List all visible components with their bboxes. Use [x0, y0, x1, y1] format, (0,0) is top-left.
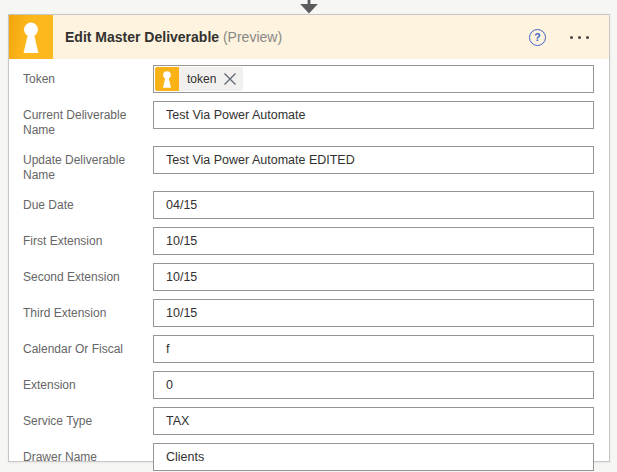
action-card-header[interactable]: Edit Master Deliverable (Preview) ? [9, 15, 609, 59]
token-input[interactable]: token [153, 65, 594, 93]
field-row: Calendar Or Fiscal [23, 335, 594, 363]
field-input-service-type[interactable] [153, 407, 594, 435]
action-title-text: Edit Master Deliverable [65, 29, 219, 45]
field-row: Token token [23, 65, 594, 93]
ellipsis-icon [570, 36, 573, 39]
field-label: Token [23, 65, 153, 87]
field-label: Calendar Or Fiscal [23, 335, 153, 357]
field-row: Extension [23, 371, 594, 399]
field-label: Due Date [23, 191, 153, 213]
field-row: Service Type [23, 407, 594, 435]
field-row: Update Deliverable Name [23, 146, 594, 183]
field-row: Current Deliverable Name [23, 101, 594, 138]
field-row: Second Extension [23, 263, 594, 291]
fields-list: Token token Current Deliverable Name Upd… [23, 65, 594, 471]
field-row: First Extension [23, 227, 594, 255]
field-input-drawer-name[interactable] [153, 443, 594, 471]
flow-connector-arrow-icon [297, 0, 321, 14]
keyhole-icon [9, 15, 53, 59]
more-menu-button[interactable] [568, 32, 591, 43]
field-label: Current Deliverable Name [23, 101, 153, 138]
field-input-due-date[interactable] [153, 191, 594, 219]
field-input-calendar-or-fiscal[interactable] [153, 335, 594, 363]
header-actions: ? [529, 29, 609, 46]
field-label: Third Extension [23, 299, 153, 321]
field-input-second-extension[interactable] [153, 263, 594, 291]
field-label: Service Type [23, 407, 153, 429]
keyhole-icon [155, 67, 179, 91]
preview-badge: (Preview) [223, 29, 282, 45]
field-label: Update Deliverable Name [23, 146, 153, 183]
action-title: Edit Master Deliverable (Preview) [65, 29, 282, 45]
token-chip-label: token [179, 72, 223, 86]
question-mark-icon: ? [534, 32, 540, 43]
help-button[interactable]: ? [529, 29, 546, 46]
action-card-body: Token token Current Deliverable Name Upd… [9, 59, 609, 472]
action-card: Edit Master Deliverable (Preview) ? Toke… [8, 14, 610, 462]
field-input-extension[interactable] [153, 371, 594, 399]
field-row: Due Date [23, 191, 594, 219]
field-input-third-extension[interactable] [153, 299, 594, 327]
field-label: Second Extension [23, 263, 153, 285]
token-chip[interactable]: token [155, 67, 243, 91]
field-label: Extension [23, 371, 153, 393]
field-label: Drawer Name [23, 443, 153, 465]
field-row: Third Extension [23, 299, 594, 327]
field-label: First Extension [23, 227, 153, 249]
x-close-icon[interactable] [223, 72, 243, 86]
field-input-first-extension[interactable] [153, 227, 594, 255]
field-row: Drawer Name [23, 443, 594, 471]
field-input-current-deliverable-name[interactable] [153, 101, 594, 129]
field-input-update-deliverable-name[interactable] [153, 146, 594, 174]
